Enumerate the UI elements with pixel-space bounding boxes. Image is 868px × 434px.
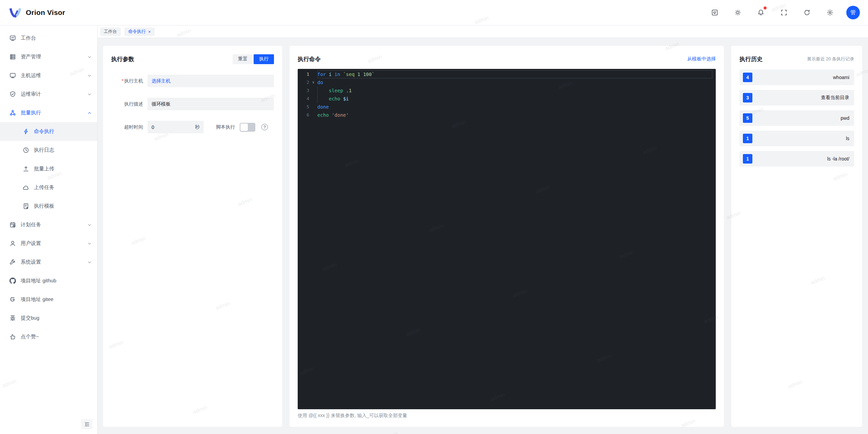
sidebar-item-audit[interactable]: 运维审计 [0,85,97,103]
help-icon[interactable]: ? [261,124,268,130]
fullscreen-button[interactable] [777,6,791,19]
line-number: 2 [298,78,309,87]
refresh-button[interactable] [800,6,814,19]
sidebar-item-label: 计划任务 [21,222,87,228]
history-command: pwd [752,115,849,121]
sidebar-item-label: 系统设置 [21,259,87,265]
line-number: 5 [298,103,309,111]
desktop-icon [9,72,16,79]
history-item[interactable]: 1ls -la /root/ [739,151,854,167]
template-icon [23,203,29,209]
sidebar-item-workbench[interactable]: 工作台 [0,29,97,48]
shield-icon [9,91,16,97]
logo-icon [9,7,22,18]
tab-close-icon[interactable]: × [148,30,151,34]
code-text: done [317,103,712,111]
sidebar-collapse-button[interactable] [81,419,93,429]
sidebar-item-system-settings[interactable]: 系统设置 [0,253,97,271]
sidebar-item-schedule[interactable]: 计划任务 [0,215,97,234]
sidebar-item-label: 执行模板 [34,203,92,209]
sidebar-item-label: 提交bug [21,315,92,321]
line-number: 1 [298,70,309,78]
sidebar: 工作台资产管理主机运维运维审计批量执行命令执行执行日志批量上传上传任务执行模板计… [0,25,98,434]
line-number: 3 [298,87,309,95]
execute-button[interactable]: 执行 [254,54,274,64]
gitee-icon [9,296,16,303]
desc-input[interactable]: 循环模板 [147,98,274,110]
settings-button[interactable] [823,6,837,19]
expand-icon [781,9,787,16]
host-select-field[interactable]: 选择主机 [147,75,274,87]
chevron-down-icon [87,92,92,97]
theme-button[interactable] [731,6,745,19]
history-command: ls [752,136,849,141]
tab-0[interactable]: 工作台 [100,27,121,36]
toggle-knob [240,124,248,131]
code-line: 1for i in `seq 1 100` [298,70,716,78]
notifications-button[interactable] [754,6,768,19]
fold-gutter [309,87,317,95]
tab-bar: 工作台命令执行× [98,25,868,38]
history-item[interactable]: 5pwd [739,110,854,126]
sidebar-item-label: 批量执行 [21,110,87,116]
bell-icon [757,9,764,16]
sidebar-item-command-exec[interactable]: 命令执行 [0,122,97,141]
app-logo: Orion Visor [9,7,65,18]
code-line: 6echo 'done' [298,111,716,119]
script-exec-toggle[interactable] [240,123,255,132]
desc-label: 执行描述 [111,101,143,107]
storage-icon [9,54,16,60]
cluster-icon [9,110,16,116]
sidebar-item-exec-log[interactable]: 执行日志 [0,141,97,159]
code-line: 2∨do [298,78,716,87]
host-label: *执行主机 [111,78,143,84]
thumb-icon [9,334,16,340]
sidebar-item-label: 项目地址 github [21,278,92,284]
history-list: 4whoami3查看当前目录5pwd1ls1ls -la /root/ [739,70,854,167]
sidebar-item-assets[interactable]: 资产管理 [0,48,97,66]
host-select-link[interactable]: 选择主机 [152,78,171,84]
sidebar-item-upload-tasks[interactable]: 上传任务 [0,178,97,197]
select-from-template-link[interactable]: 从模板中选择 [687,56,716,62]
required-mark: * [122,78,123,83]
history-item[interactable]: 3查看当前目录 [739,90,854,106]
reset-button[interactable]: 重置 [233,54,253,64]
sidebar-item-exec-template[interactable]: 执行模板 [0,197,97,215]
sidebar-item-user-settings[interactable]: 用户设置 [0,234,97,253]
code-preview-button[interactable] [708,6,722,19]
code-line: 3 sleep .1 [298,87,716,95]
line-number: 6 [298,111,309,119]
timeout-input[interactable]: 0 秒 [147,121,204,133]
code-line: 5done [298,103,716,111]
notification-badge [764,6,767,10]
history-count-badge: 3 [743,93,752,102]
code-line: 4 echo $i [298,95,716,103]
header-actions: 管 [708,6,860,19]
history-command: 查看当前目录 [752,95,849,101]
sidebar-item-github[interactable]: 项目地址 github [0,271,97,290]
history-title: 执行历史 [739,55,763,63]
code-editor[interactable]: 1for i in `seq 1 100`2∨do3 sleep .14 ech… [298,69,716,409]
history-item[interactable]: 4whoami [739,70,854,85]
sidebar-item-gitee[interactable]: 项目地址 gitee [0,290,97,309]
gear-icon [827,9,833,16]
chevron-up-icon [87,111,92,115]
fold-chevron-icon[interactable]: ∨ [309,78,317,87]
chevron-down-icon [87,223,92,227]
bug-icon [9,315,16,321]
sidebar-item-batch-exec[interactable]: 批量执行 [0,103,97,122]
sidebar-item-like[interactable]: 点个赞~ [0,327,97,346]
sidebar-item-host-ops[interactable]: 主机运维 [0,66,97,85]
history-command: ls -la /root/ [752,156,849,162]
sidebar-item-bug[interactable]: 提交bug [0,309,97,327]
script-exec-label: 脚本执行 [216,124,235,130]
tab-1[interactable]: 命令执行× [124,27,155,36]
command-title: 执行命令 [298,55,321,63]
sidebar-item-label: 资产管理 [21,54,87,60]
user-avatar[interactable]: 管 [846,6,860,19]
fold-gutter [309,70,317,78]
line-number: 4 [298,95,309,103]
sidebar-item-label: 上传任务 [34,184,92,191]
sidebar-item-batch-upload[interactable]: 批量上传 [0,159,97,178]
history-item[interactable]: 1ls [739,131,854,146]
